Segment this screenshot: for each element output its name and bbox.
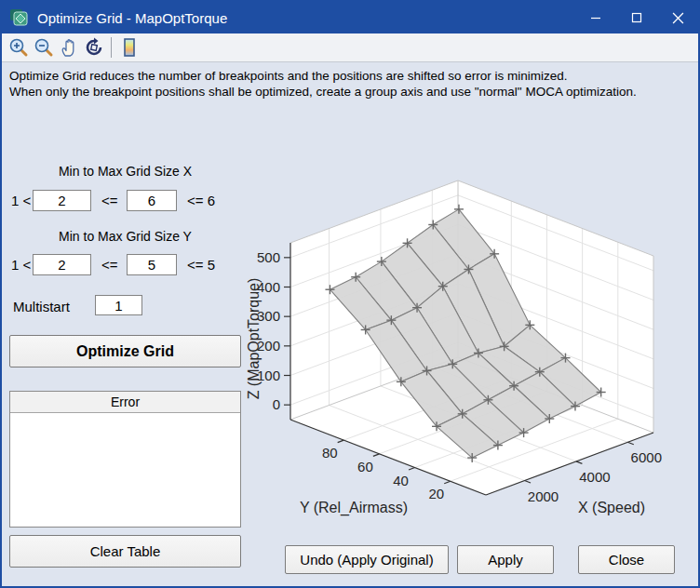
grid-size-y-max-input[interactable] xyxy=(127,254,177,275)
grid-size-y-min-input[interactable] xyxy=(33,254,91,275)
description-line-2: When only the breakpoint positions shall… xyxy=(9,84,637,100)
figure-toolbar xyxy=(2,33,698,62)
svg-text:20: 20 xyxy=(428,486,444,501)
svg-text:0: 0 xyxy=(273,396,280,412)
app-icon xyxy=(9,8,30,27)
svg-text:2000: 2000 xyxy=(528,488,559,504)
title-bar: Optimize Grid - MapOptTorque xyxy=(2,2,698,33)
svg-text:4000: 4000 xyxy=(579,469,610,485)
window-title: Optimize Grid - MapOptTorque xyxy=(37,10,575,26)
multistart-input[interactable] xyxy=(95,295,142,315)
colorbar-icon xyxy=(119,37,140,58)
colorbar-button[interactable] xyxy=(116,35,141,60)
minimize-button[interactable] xyxy=(575,2,616,33)
close-dialog-button[interactable]: Close xyxy=(578,545,675,574)
zoom-in-icon xyxy=(8,37,29,58)
plot-3d-surface[interactable]: 200040006000204060800100200300400500X (S… xyxy=(235,169,700,546)
undo-button[interactable]: Undo (Apply Original) xyxy=(285,545,449,574)
error-table[interactable]: Error xyxy=(9,391,241,528)
optimize-grid-button[interactable]: Optimize Grid xyxy=(9,335,241,368)
grid-size-x-max-input[interactable] xyxy=(127,190,177,211)
pan-button[interactable] xyxy=(56,35,81,60)
minimize-icon xyxy=(590,12,601,23)
grid-size-y-min-prefix: 1 < xyxy=(11,257,31,273)
grid-size-y-label: Min to Max Grid Size Y xyxy=(9,229,241,244)
svg-text:80: 80 xyxy=(322,445,338,461)
description-line-1: Optimize Grid reduces the number of brea… xyxy=(9,68,637,84)
maximize-button[interactable] xyxy=(616,2,657,33)
maximize-icon xyxy=(631,12,642,23)
grid-size-x-label: Min to Max Grid Size X xyxy=(9,164,241,179)
pan-hand-icon xyxy=(59,37,79,58)
toolbar-separator xyxy=(111,37,112,58)
grid-size-y-suffix: <= 5 xyxy=(187,257,215,273)
clear-table-button[interactable]: Clear Table xyxy=(9,535,241,568)
error-table-header: Error xyxy=(10,392,240,413)
svg-text:6000: 6000 xyxy=(631,449,662,465)
svg-text:60: 60 xyxy=(357,459,373,474)
svg-text:X (Speed): X (Speed) xyxy=(578,500,645,515)
grid-size-x-op: <= xyxy=(101,193,118,208)
svg-text:Z (MapOptTorque): Z (MapOptTorque) xyxy=(246,278,262,400)
zoom-in-button[interactable] xyxy=(6,35,31,60)
svg-text:40: 40 xyxy=(393,473,409,488)
multistart-label: Multistart xyxy=(13,299,70,314)
grid-size-x-suffix: <= 6 xyxy=(187,193,215,208)
rotate-3d-button[interactable] xyxy=(81,35,106,60)
grid-size-x-min-prefix: 1 < xyxy=(11,193,31,208)
apply-button[interactable]: Apply xyxy=(457,545,554,574)
zoom-out-button[interactable] xyxy=(31,35,56,60)
grid-size-y-op: <= xyxy=(101,257,118,273)
grid-size-x-min-input[interactable] xyxy=(33,190,91,211)
close-icon xyxy=(672,12,684,24)
zoom-out-icon xyxy=(34,37,54,58)
rotate-3d-icon xyxy=(84,37,104,58)
optimize-grid-dialog: Optimize Grid - MapOptTorque xyxy=(0,0,700,588)
close-button[interactable] xyxy=(657,2,698,33)
svg-text:Y (Rel_Airmass): Y (Rel_Airmass) xyxy=(300,500,408,516)
svg-text:500: 500 xyxy=(257,249,280,265)
description-text: Optimize Grid reduces the number of brea… xyxy=(9,68,637,100)
